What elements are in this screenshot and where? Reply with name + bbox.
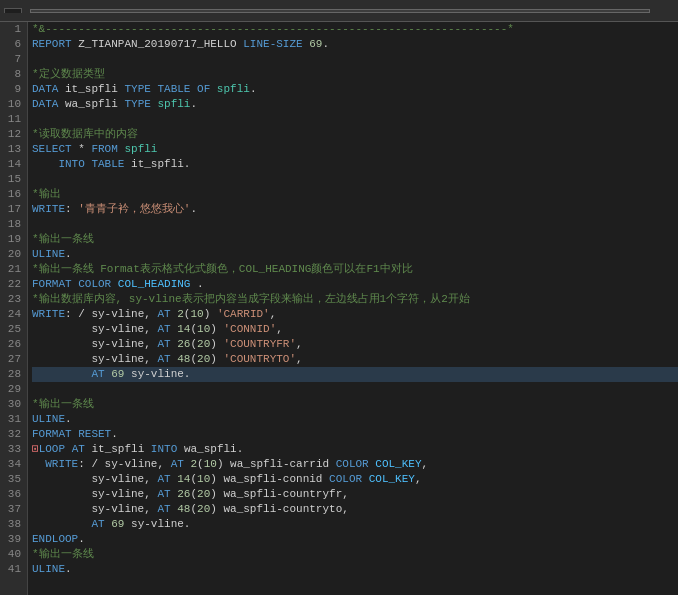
- code-line: SELECT * FROM spfli: [32, 142, 678, 157]
- code-line: *输出一条线: [32, 397, 678, 412]
- code-line: ⊡LOOP AT it_spfli INTO wa_spfli.: [32, 442, 678, 457]
- code-line: ENDLOOP.: [32, 532, 678, 547]
- code-line: sy-vline, AT 14(10) 'CONNID',: [32, 322, 678, 337]
- code-line: AT 69 sy-vline.: [32, 367, 678, 382]
- code-line: FORMAT COLOR COL_HEADING .: [32, 277, 678, 292]
- code-line: *读取数据库中的内容: [32, 127, 678, 142]
- code-line: sy-vline, AT 14(10) wa_spfli-connid COLO…: [32, 472, 678, 487]
- code-line: [32, 382, 678, 397]
- filename-display: [30, 9, 650, 13]
- code-line: FORMAT RESET.: [32, 427, 678, 442]
- code-line: sy-vline, AT 26(20) 'COUNTRYFR',: [32, 337, 678, 352]
- code-line: *&--------------------------------------…: [32, 22, 678, 37]
- code-line: *输出一条线 Format表示格式化式颜色，COL_HEADING颜色可以在F1…: [32, 262, 678, 277]
- code-line: ULINE.: [32, 562, 678, 577]
- editor: 1 6 7 8 9 10 11 12 13 14 15 16 17 18 19 …: [0, 22, 678, 595]
- code-line: AT 69 sy-vline.: [32, 517, 678, 532]
- title-bar: [0, 0, 678, 22]
- code-line: [32, 217, 678, 232]
- code-line: REPORT Z_TIANPAN_20190717_HELLO LINE-SIZ…: [32, 37, 678, 52]
- code-line: ULINE.: [32, 412, 678, 427]
- code-line: *输出数据库内容, sy-vline表示把内容当成字段来输出，左边线占用1个字符…: [32, 292, 678, 307]
- code-line: DATA it_spfli TYPE TABLE OF spfli.: [32, 82, 678, 97]
- code-content[interactable]: *&--------------------------------------…: [28, 22, 678, 595]
- code-line: DATA wa_spfli TYPE spfli.: [32, 97, 678, 112]
- code-line: sy-vline, AT 48(20) wa_spfli-countryto,: [32, 502, 678, 517]
- code-line: INTO TABLE it_spfli.: [32, 157, 678, 172]
- code-line: *输出一条线: [32, 232, 678, 247]
- code-line: [32, 52, 678, 67]
- line-numbers: 1 6 7 8 9 10 11 12 13 14 15 16 17 18 19 …: [0, 22, 28, 595]
- code-line: [32, 172, 678, 187]
- code-line: *输出一条线: [32, 547, 678, 562]
- code-line: sy-vline, AT 26(20) wa_spfli-countryfr,: [32, 487, 678, 502]
- code-line: sy-vline, AT 48(20) 'COUNTRYTO',: [32, 352, 678, 367]
- code-line: WRITE: '青青子衿，悠悠我心'.: [32, 202, 678, 217]
- code-line: *定义数据类型: [32, 67, 678, 82]
- code-line: WRITE: / sy-vline, AT 2(10) 'CARRID',: [32, 307, 678, 322]
- code-line: WRITE: / sy-vline, AT 2(10) wa_spfli-car…: [32, 457, 678, 472]
- code-line: *输出: [32, 187, 678, 202]
- code-line: [32, 112, 678, 127]
- tab-reports[interactable]: [4, 8, 22, 13]
- code-line: ULINE.: [32, 247, 678, 262]
